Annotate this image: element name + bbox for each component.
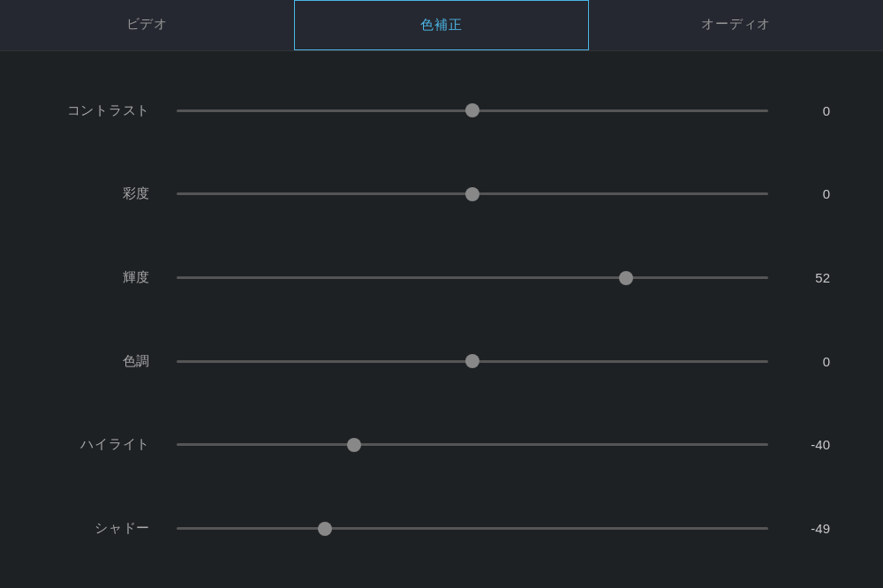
shadow-thumb[interactable] [318,522,332,536]
saturation-thumb[interactable] [465,187,479,201]
shadow-label: シャドー [53,520,150,537]
saturation-track [177,192,768,195]
contrast-thumb[interactable] [465,103,479,117]
saturation-value: 0 [786,186,830,201]
shadow-value: -49 [786,521,830,536]
brightness-track [177,276,768,279]
highlight-slider[interactable] [177,436,768,454]
tab-bar: ビデオ 色補正 オーディオ [0,0,883,51]
shadow-row: シャドー -49 [53,502,830,555]
highlight-row: ハイライト -40 [53,418,830,471]
contrast-value: 0 [786,103,830,118]
saturation-slider[interactable] [177,185,768,203]
sliders-section: コントラスト 0 彩度 0 輝度 [0,51,883,588]
hue-value: 0 [786,354,830,369]
contrast-slider[interactable] [177,102,768,119]
main-container: ビデオ 色補正 オーディオ コントラスト 0 彩度 [0,0,883,588]
shadow-track [177,527,768,530]
tab-video[interactable]: ビデオ [0,0,294,50]
shadow-slider[interactable] [177,520,768,538]
tab-color-correction[interactable]: 色補正 [294,0,590,50]
hue-label: 色調 [53,353,150,370]
saturation-label: 彩度 [53,185,150,202]
contrast-row: コントラスト 0 [53,84,830,137]
hue-track [177,360,768,363]
hue-row: 色調 0 [53,335,830,388]
brightness-thumb[interactable] [619,271,633,285]
highlight-track [177,443,768,446]
brightness-slider[interactable] [177,269,768,287]
contrast-track [177,109,768,112]
brightness-value: 52 [786,270,830,285]
saturation-row: 彩度 0 [53,168,830,221]
brightness-row: 輝度 52 [53,252,830,305]
hue-thumb[interactable] [465,354,479,368]
hue-slider[interactable] [177,352,768,370]
contrast-label: コントラスト [53,102,150,119]
brightness-label: 輝度 [53,269,150,286]
highlight-thumb[interactable] [347,438,361,452]
tab-audio[interactable]: オーディオ [589,0,883,50]
highlight-label: ハイライト [53,436,150,453]
highlight-value: -40 [786,437,830,452]
